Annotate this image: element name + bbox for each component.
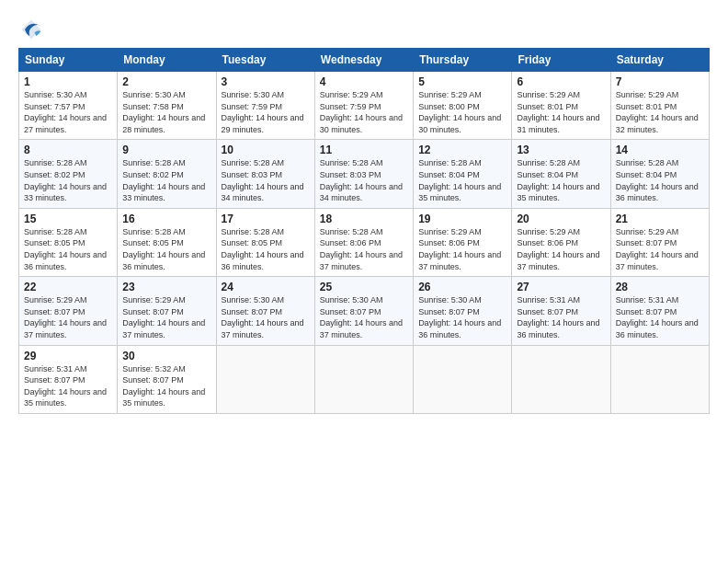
weekday-header-thursday: Thursday <box>414 49 512 72</box>
day-info: Sunrise: 5:29 AMSunset: 8:07 PMDaylight:… <box>616 226 704 272</box>
calendar-week-row: 22Sunrise: 5:29 AMSunset: 8:07 PMDayligh… <box>19 277 710 345</box>
calendar-week-row: 8Sunrise: 5:28 AMSunset: 8:02 PMDaylight… <box>19 140 710 208</box>
day-number: 6 <box>517 75 605 88</box>
calendar-cell: 3Sunrise: 5:30 AMSunset: 7:59 PMDaylight… <box>216 72 314 140</box>
calendar-cell: 19Sunrise: 5:29 AMSunset: 8:06 PMDayligh… <box>414 208 512 276</box>
calendar-cell: 14Sunrise: 5:28 AMSunset: 8:04 PMDayligh… <box>610 140 709 208</box>
calendar-week-row: 1Sunrise: 5:30 AMSunset: 7:57 PMDaylight… <box>19 72 710 140</box>
calendar-cell: 26Sunrise: 5:30 AMSunset: 8:07 PMDayligh… <box>414 277 512 345</box>
day-number: 18 <box>320 213 408 225</box>
day-number: 9 <box>122 144 210 156</box>
day-info: Sunrise: 5:30 AMSunset: 7:58 PMDaylight:… <box>122 89 210 135</box>
day-info: Sunrise: 5:29 AMSunset: 8:06 PMDaylight:… <box>517 226 605 272</box>
day-info: Sunrise: 5:30 AMSunset: 8:07 PMDaylight:… <box>320 294 408 340</box>
day-number: 3 <box>222 75 310 88</box>
calendar-cell <box>512 345 610 413</box>
day-number: 30 <box>122 350 210 362</box>
day-info: Sunrise: 5:28 AMSunset: 8:05 PMDaylight:… <box>222 226 310 272</box>
calendar-cell: 12Sunrise: 5:28 AMSunset: 8:04 PMDayligh… <box>414 140 512 208</box>
day-info: Sunrise: 5:28 AMSunset: 8:05 PMDaylight:… <box>122 226 210 272</box>
day-number: 11 <box>320 144 408 156</box>
calendar-cell: 17Sunrise: 5:28 AMSunset: 8:05 PMDayligh… <box>216 208 314 276</box>
day-number: 14 <box>616 144 704 156</box>
calendar-cell: 30Sunrise: 5:32 AMSunset: 8:07 PMDayligh… <box>118 345 216 413</box>
calendar-cell: 27Sunrise: 5:31 AMSunset: 8:07 PMDayligh… <box>512 277 610 345</box>
day-info: Sunrise: 5:31 AMSunset: 8:07 PMDaylight:… <box>616 294 704 340</box>
day-info: Sunrise: 5:31 AMSunset: 8:07 PMDaylight:… <box>517 294 605 340</box>
day-info: Sunrise: 5:29 AMSunset: 8:07 PMDaylight:… <box>122 294 210 340</box>
day-number: 26 <box>418 281 506 293</box>
day-number: 19 <box>418 213 506 225</box>
day-info: Sunrise: 5:28 AMSunset: 8:04 PMDaylight:… <box>616 157 704 203</box>
day-info: Sunrise: 5:28 AMSunset: 8:05 PMDaylight:… <box>24 226 112 272</box>
day-number: 21 <box>616 213 704 225</box>
day-number: 2 <box>122 75 210 88</box>
day-info: Sunrise: 5:31 AMSunset: 8:07 PMDaylight:… <box>24 363 112 409</box>
calendar-cell: 18Sunrise: 5:28 AMSunset: 8:06 PMDayligh… <box>314 208 413 276</box>
calendar-cell: 29Sunrise: 5:31 AMSunset: 8:07 PMDayligh… <box>19 345 118 413</box>
day-number: 27 <box>517 281 605 293</box>
day-info: Sunrise: 5:28 AMSunset: 8:06 PMDaylight:… <box>320 226 408 272</box>
calendar-cell <box>216 345 314 413</box>
calendar-cell: 22Sunrise: 5:29 AMSunset: 8:07 PMDayligh… <box>19 277 118 345</box>
day-number: 5 <box>418 75 506 88</box>
day-number: 12 <box>418 144 506 156</box>
calendar-cell <box>610 345 709 413</box>
day-info: Sunrise: 5:28 AMSunset: 8:04 PMDaylight:… <box>418 157 506 203</box>
day-number: 22 <box>24 281 112 293</box>
weekday-header-wednesday: Wednesday <box>314 49 413 72</box>
calendar-week-row: 29Sunrise: 5:31 AMSunset: 8:07 PMDayligh… <box>19 345 710 413</box>
calendar-cell: 1Sunrise: 5:30 AMSunset: 7:57 PMDaylight… <box>19 72 118 140</box>
calendar-cell: 21Sunrise: 5:29 AMSunset: 8:07 PMDayligh… <box>610 208 709 276</box>
day-info: Sunrise: 5:30 AMSunset: 7:57 PMDaylight:… <box>24 89 112 135</box>
calendar-cell: 25Sunrise: 5:30 AMSunset: 8:07 PMDayligh… <box>314 277 413 345</box>
logo-icon <box>18 17 44 42</box>
calendar-cell: 10Sunrise: 5:28 AMSunset: 8:03 PMDayligh… <box>216 140 314 208</box>
weekday-header-friday: Friday <box>512 49 610 72</box>
header <box>18 17 710 42</box>
calendar-cell: 23Sunrise: 5:29 AMSunset: 8:07 PMDayligh… <box>118 277 216 345</box>
day-number: 29 <box>24 350 112 362</box>
day-info: Sunrise: 5:30 AMSunset: 8:07 PMDaylight:… <box>418 294 506 340</box>
calendar-cell: 15Sunrise: 5:28 AMSunset: 8:05 PMDayligh… <box>19 208 118 276</box>
day-info: Sunrise: 5:29 AMSunset: 8:07 PMDaylight:… <box>24 294 112 340</box>
day-info: Sunrise: 5:29 AMSunset: 8:06 PMDaylight:… <box>418 226 506 272</box>
day-number: 23 <box>122 281 210 293</box>
calendar-week-row: 15Sunrise: 5:28 AMSunset: 8:05 PMDayligh… <box>19 208 710 276</box>
calendar-cell <box>414 345 512 413</box>
day-number: 17 <box>222 213 310 225</box>
day-info: Sunrise: 5:29 AMSunset: 8:01 PMDaylight:… <box>517 89 605 135</box>
day-info: Sunrise: 5:32 AMSunset: 8:07 PMDaylight:… <box>122 363 210 409</box>
day-info: Sunrise: 5:28 AMSunset: 8:03 PMDaylight:… <box>320 157 408 203</box>
page: SundayMondayTuesdayWednesdayThursdayFrid… <box>0 0 728 563</box>
calendar-cell: 20Sunrise: 5:29 AMSunset: 8:06 PMDayligh… <box>512 208 610 276</box>
calendar-cell: 5Sunrise: 5:29 AMSunset: 8:00 PMDaylight… <box>414 72 512 140</box>
day-number: 20 <box>517 213 605 225</box>
day-info: Sunrise: 5:29 AMSunset: 8:01 PMDaylight:… <box>616 89 704 135</box>
calendar-cell: 24Sunrise: 5:30 AMSunset: 8:07 PMDayligh… <box>216 277 314 345</box>
calendar-cell: 6Sunrise: 5:29 AMSunset: 8:01 PMDaylight… <box>512 72 610 140</box>
calendar-cell <box>314 345 413 413</box>
day-info: Sunrise: 5:28 AMSunset: 8:04 PMDaylight:… <box>517 157 605 203</box>
day-number: 25 <box>320 281 408 293</box>
day-number: 4 <box>320 75 408 88</box>
calendar-cell: 16Sunrise: 5:28 AMSunset: 8:05 PMDayligh… <box>118 208 216 276</box>
logo <box>18 17 48 42</box>
weekday-header-saturday: Saturday <box>610 49 709 72</box>
weekday-header-monday: Monday <box>118 49 216 72</box>
calendar-cell: 13Sunrise: 5:28 AMSunset: 8:04 PMDayligh… <box>512 140 610 208</box>
day-number: 10 <box>222 144 310 156</box>
day-number: 13 <box>517 144 605 156</box>
weekday-header-row: SundayMondayTuesdayWednesdayThursdayFrid… <box>19 49 710 72</box>
calendar-cell: 2Sunrise: 5:30 AMSunset: 7:58 PMDaylight… <box>118 72 216 140</box>
day-info: Sunrise: 5:29 AMSunset: 8:00 PMDaylight:… <box>418 89 506 135</box>
day-number: 16 <box>122 213 210 225</box>
day-info: Sunrise: 5:30 AMSunset: 7:59 PMDaylight:… <box>222 89 310 135</box>
day-number: 28 <box>616 281 704 293</box>
day-info: Sunrise: 5:28 AMSunset: 8:03 PMDaylight:… <box>222 157 310 203</box>
day-info: Sunrise: 5:28 AMSunset: 8:02 PMDaylight:… <box>122 157 210 203</box>
day-info: Sunrise: 5:30 AMSunset: 8:07 PMDaylight:… <box>222 294 310 340</box>
calendar-cell: 7Sunrise: 5:29 AMSunset: 8:01 PMDaylight… <box>610 72 709 140</box>
weekday-header-tuesday: Tuesday <box>216 49 314 72</box>
calendar-cell: 11Sunrise: 5:28 AMSunset: 8:03 PMDayligh… <box>314 140 413 208</box>
